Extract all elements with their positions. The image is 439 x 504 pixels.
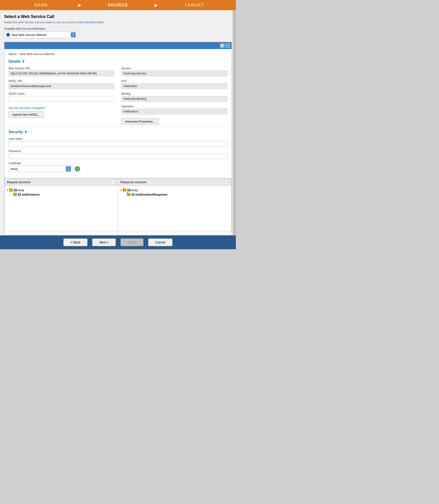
name-row: Name: New Web Service Method [9, 52, 227, 56]
fields-grid-row3: SOAP Action: Binding NotificationBinding [9, 92, 227, 102]
response-body-chevron[interactable]: ▾ [121, 189, 122, 192]
bottom-bar: < Back Next > Finish Cancel [0, 235, 236, 249]
notifications-chevron[interactable]: › [12, 193, 12, 196]
fields-grid-row2: WSDL URL workflowOutboundMessage.wsdl Po… [9, 79, 227, 89]
service-dropdown-wrap: New Web Service Method ▲ ▼ [4, 31, 232, 38]
soap-action-group: SOAP Action: [9, 92, 114, 102]
port-group: Port Notification [121, 79, 227, 89]
certificate-dropdown[interactable]: None ▲ ▼ [9, 166, 73, 172]
structure-panels: Request structure − ▾ E body [4, 178, 232, 232]
binding-label: Binding [121, 92, 227, 95]
page-title: Select a Web Service Call [4, 14, 232, 19]
operation-value: notifications [121, 109, 227, 114]
main-content: Select a Web Service Call Select the web… [0, 10, 236, 235]
response-notifications-chevron[interactable]: › [125, 193, 126, 196]
panel-minimize-icon[interactable]: ⬜ [220, 43, 225, 48]
cert-dropdown-spinner[interactable]: ▲ ▼ [66, 166, 71, 171]
password-label: Password [9, 149, 227, 153]
port-label: Port [121, 79, 227, 83]
details-header-text: Details ▼ [9, 60, 25, 63]
port-value: Notification [121, 83, 227, 89]
web-service-url-group: Web Service URL: http://123.456.789.001:… [9, 67, 114, 76]
certificate-label: Certificate [9, 162, 227, 165]
password-group: Password [9, 149, 227, 159]
security-header-text: Security ▼ [9, 130, 28, 134]
notifications-folder-icon [13, 193, 17, 196]
username-group: User Name [9, 137, 227, 147]
details-section-header[interactable]: Details ▼ [9, 60, 227, 63]
wsdl-url-group: WSDL URL workflowOutboundMessage.wsdl [9, 79, 114, 89]
response-minimize-btn[interactable]: − [225, 180, 229, 184]
response-notifications-item: › E notificationsResponse [125, 192, 229, 197]
request-structure-panel: Request structure − ▾ E body [4, 178, 118, 232]
request-panel-header: Request structure − [5, 179, 118, 186]
request-panel-title: Request structure [7, 180, 31, 184]
panel-body: Name: New Web Service Method Details ▼ W… [4, 49, 232, 235]
username-input[interactable] [9, 141, 227, 147]
request-minimize-btn[interactable]: − [111, 180, 116, 184]
binding-group: Binding NotificationBinding [121, 92, 227, 102]
notifications-e-badge: E [18, 193, 21, 196]
security-section: Security ▼ User Name Password Certificat… [9, 126, 227, 175]
certificate-group: Certificate None ▲ ▼ [9, 162, 227, 175]
wsdl-url-value: workflowOutboundMessage.wsdl [9, 83, 114, 89]
available-label: Available Web Service Definitions [4, 27, 232, 30]
operation-group: Operation notifications [121, 105, 227, 114]
response-body-folder-icon [123, 189, 126, 192]
web-service-url-label: Web Service URL: [9, 67, 114, 70]
username-label: User Name [9, 137, 227, 140]
nav-source: SOURCE [81, 3, 155, 8]
name-label: Name: [9, 52, 17, 56]
request-tree-content: ▾ E body › E notifications [5, 186, 118, 232]
request-notifications-item: › E notifications [12, 192, 116, 197]
refresh-icon[interactable] [75, 166, 80, 171]
nav-arrow-2: ▶ [155, 2, 158, 8]
password-input[interactable] [9, 153, 227, 159]
panel-close-icon[interactable]: ✕ [225, 43, 230, 48]
cancel-button[interactable]: Cancel [148, 238, 172, 246]
scrollbar[interactable] [233, 10, 236, 235]
certificate-value: None [11, 167, 64, 171]
response-panel-header: Response structure − [118, 179, 231, 186]
upload-wsdl-button[interactable]: Upload New WSDL... [9, 111, 44, 118]
service-label: Service [121, 67, 227, 70]
response-body-e-badge: E [127, 189, 130, 191]
service-dropdown[interactable]: New Web Service Method ▲ ▼ [4, 31, 78, 38]
soap-action-label: SOAP Action: [9, 92, 114, 95]
wsdl-url-label: WSDL URL [9, 79, 114, 83]
response-panel-title: Response structure [121, 180, 146, 184]
nav-arrow-1: ▶ [78, 2, 81, 8]
top-nav-bar: NAME ▶ SOURCE ▶ TARGET [0, 0, 236, 10]
response-notifications-e-badge: E [132, 193, 134, 196]
finish-button: Finish [121, 238, 144, 246]
inner-panel: ⬜ ✕ Name: New Web Service Method Details… [4, 42, 232, 235]
structure-changed-link[interactable]: Has the structure changed? [9, 106, 114, 110]
dropdown-spinner[interactable]: ▲ ▼ [71, 32, 76, 37]
response-body-item: ▾ E body [121, 188, 229, 192]
soap-action-input[interactable] [9, 96, 114, 102]
advanced-properties-button[interactable]: Advanced Properties... [121, 118, 159, 125]
service-value: NotificationService [121, 71, 227, 76]
security-section-header[interactable]: Security ▼ [9, 130, 227, 134]
nav-target: TARGET [158, 3, 231, 8]
globe-icon [6, 33, 10, 37]
structure-changed-col: Has the structure changed? Upload New WS… [9, 105, 114, 125]
body-e-badge: E [14, 189, 17, 191]
body-chevron[interactable]: ▾ [7, 189, 8, 192]
fields-grid-row1: Web Service URL: http://123.456.789.001:… [9, 67, 227, 76]
body-folder-icon [9, 189, 13, 192]
page-subtitle: Select the web service call you want to … [4, 21, 232, 24]
next-button[interactable]: Next > [92, 238, 116, 246]
inner-panel-header: ⬜ ✕ [4, 42, 232, 49]
request-body-label: body [18, 188, 24, 192]
name-value: New Web Service Method [20, 52, 54, 56]
operation-label: Operation [121, 105, 227, 108]
response-tree-content: ▾ E body › E notificationsResponse [118, 186, 231, 232]
certificate-row: None ▲ ▼ [9, 166, 227, 172]
bottom-details-grid: Has the structure changed? Upload New WS… [9, 105, 227, 125]
back-button[interactable]: < Back [63, 238, 87, 246]
response-notifications-label: notificationsResponse [135, 193, 167, 196]
binding-value: NotificationBinding [121, 96, 227, 102]
operation-col: Operation notifications Advanced Propert… [121, 105, 227, 125]
request-notifications-label: notifications [22, 193, 39, 196]
